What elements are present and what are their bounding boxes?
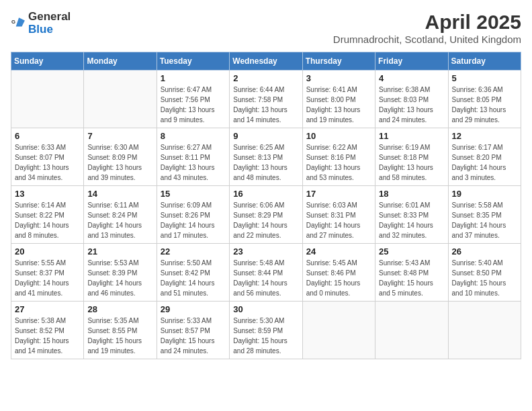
calendar-header-sunday: Sunday	[11, 52, 84, 71]
page-header: G General Blue April 2025 Drumnadrochit,…	[11, 11, 521, 45]
day-info: Sunrise: 6:19 AM Sunset: 8:18 PM Dayligh…	[379, 142, 444, 183]
day-number: 14	[87, 189, 152, 199]
calendar-cell: 17Sunrise: 6:03 AM Sunset: 8:31 PM Dayli…	[302, 186, 375, 244]
cell-content: 4Sunrise: 6:38 AM Sunset: 8:03 PM Daylig…	[379, 73, 444, 125]
day-number: 4	[379, 73, 444, 83]
calendar-cell	[84, 71, 157, 128]
calendar-cell: 23Sunrise: 5:48 AM Sunset: 8:44 PM Dayli…	[230, 244, 302, 302]
day-info: Sunrise: 5:48 AM Sunset: 8:44 PM Dayligh…	[233, 258, 298, 298]
day-info: Sunrise: 5:38 AM Sunset: 8:52 PM Dayligh…	[15, 316, 80, 356]
cell-content: 13Sunrise: 6:14 AM Sunset: 8:22 PM Dayli…	[15, 189, 80, 240]
day-number: 8	[161, 131, 226, 141]
calendar-header-monday: Monday	[84, 52, 157, 71]
day-info: Sunrise: 5:53 AM Sunset: 8:39 PM Dayligh…	[87, 258, 152, 298]
title-area: April 2025 Drumnadrochit, Scotland, Unit…	[333, 11, 521, 45]
day-info: Sunrise: 6:06 AM Sunset: 8:29 PM Dayligh…	[233, 200, 298, 240]
calendar-week-row: 20Sunrise: 5:55 AM Sunset: 8:37 PM Dayli…	[11, 244, 521, 302]
calendar-week-row: 6Sunrise: 6:33 AM Sunset: 8:07 PM Daylig…	[11, 128, 521, 186]
calendar-cell: 3Sunrise: 6:41 AM Sunset: 8:00 PM Daylig…	[302, 71, 375, 128]
cell-content: 14Sunrise: 6:11 AM Sunset: 8:24 PM Dayli…	[87, 189, 152, 240]
calendar-cell: 24Sunrise: 5:45 AM Sunset: 8:46 PM Dayli…	[302, 244, 375, 302]
day-number: 13	[15, 189, 80, 199]
day-number: 30	[233, 304, 298, 314]
cell-content: 1Sunrise: 6:47 AM Sunset: 7:56 PM Daylig…	[161, 73, 226, 125]
calendar-cell: 27Sunrise: 5:38 AM Sunset: 8:52 PM Dayli…	[11, 302, 84, 359]
day-info: Sunrise: 6:14 AM Sunset: 8:22 PM Dayligh…	[15, 200, 80, 240]
cell-content: 25Sunrise: 5:43 AM Sunset: 8:48 PM Dayli…	[379, 246, 444, 298]
svg-text:G: G	[11, 19, 15, 25]
day-number: 7	[87, 131, 152, 141]
day-number: 11	[379, 131, 444, 141]
logo: G General Blue	[11, 11, 71, 36]
calendar-cell: 28Sunrise: 5:35 AM Sunset: 8:55 PM Dayli…	[84, 302, 157, 359]
calendar-header-wednesday: Wednesday	[230, 52, 302, 71]
day-info: Sunrise: 5:55 AM Sunset: 8:37 PM Dayligh…	[15, 258, 80, 298]
day-number: 22	[161, 246, 226, 257]
day-info: Sunrise: 6:09 AM Sunset: 8:26 PM Dayligh…	[161, 200, 226, 240]
day-info: Sunrise: 6:22 AM Sunset: 8:16 PM Dayligh…	[306, 142, 371, 183]
logo-blue: Blue	[28, 24, 71, 36]
day-number: 3	[306, 73, 371, 83]
month-title: April 2025	[333, 11, 521, 34]
day-info: Sunrise: 5:33 AM Sunset: 8:57 PM Dayligh…	[161, 316, 226, 356]
day-info: Sunrise: 5:43 AM Sunset: 8:48 PM Dayligh…	[379, 258, 444, 298]
calendar-cell	[302, 302, 375, 359]
cell-content: 3Sunrise: 6:41 AM Sunset: 8:00 PM Daylig…	[306, 73, 371, 125]
day-number: 29	[161, 304, 226, 314]
day-number: 12	[452, 131, 517, 141]
day-info: Sunrise: 6:44 AM Sunset: 7:58 PM Dayligh…	[233, 85, 298, 125]
cell-content: 21Sunrise: 5:53 AM Sunset: 8:39 PM Dayli…	[87, 246, 152, 298]
day-info: Sunrise: 6:11 AM Sunset: 8:24 PM Dayligh…	[87, 200, 152, 240]
calendar-cell: 13Sunrise: 6:14 AM Sunset: 8:22 PM Dayli…	[11, 186, 84, 244]
cell-content: 30Sunrise: 5:30 AM Sunset: 8:59 PM Dayli…	[233, 304, 298, 356]
cell-content: 9Sunrise: 6:25 AM Sunset: 8:13 PM Daylig…	[233, 131, 298, 183]
cell-content: 20Sunrise: 5:55 AM Sunset: 8:37 PM Dayli…	[15, 246, 80, 298]
day-number: 17	[306, 189, 371, 199]
calendar-header-friday: Friday	[375, 52, 448, 71]
day-info: Sunrise: 6:41 AM Sunset: 8:00 PM Dayligh…	[306, 85, 371, 125]
cell-content: 18Sunrise: 6:01 AM Sunset: 8:33 PM Dayli…	[379, 189, 444, 240]
cell-content: 15Sunrise: 6:09 AM Sunset: 8:26 PM Dayli…	[161, 189, 226, 240]
cell-content: 19Sunrise: 5:58 AM Sunset: 8:35 PM Dayli…	[452, 189, 517, 240]
calendar-cell: 2Sunrise: 6:44 AM Sunset: 7:58 PM Daylig…	[230, 71, 302, 128]
day-number: 16	[233, 189, 298, 199]
day-info: Sunrise: 5:35 AM Sunset: 8:55 PM Dayligh…	[87, 316, 152, 356]
calendar-header-row: SundayMondayTuesdayWednesdayThursdayFrid…	[11, 52, 521, 71]
calendar-week-row: 13Sunrise: 6:14 AM Sunset: 8:22 PM Dayli…	[11, 186, 521, 244]
cell-content: 7Sunrise: 6:30 AM Sunset: 8:09 PM Daylig…	[87, 131, 152, 183]
cell-content: 12Sunrise: 6:17 AM Sunset: 8:20 PM Dayli…	[452, 131, 517, 183]
calendar-table: SundayMondayTuesdayWednesdayThursdayFrid…	[11, 52, 521, 359]
day-number: 28	[87, 304, 152, 314]
calendar-cell: 8Sunrise: 6:27 AM Sunset: 8:11 PM Daylig…	[157, 128, 229, 186]
cell-content: 10Sunrise: 6:22 AM Sunset: 8:16 PM Dayli…	[306, 131, 371, 183]
calendar-cell: 9Sunrise: 6:25 AM Sunset: 8:13 PM Daylig…	[230, 128, 302, 186]
day-info: Sunrise: 6:01 AM Sunset: 8:33 PM Dayligh…	[379, 200, 444, 240]
day-number: 1	[161, 73, 226, 83]
day-info: Sunrise: 6:33 AM Sunset: 8:07 PM Dayligh…	[15, 142, 80, 183]
calendar-cell	[375, 302, 448, 359]
cell-content: 27Sunrise: 5:38 AM Sunset: 8:52 PM Dayli…	[15, 304, 80, 356]
cell-content: 6Sunrise: 6:33 AM Sunset: 8:07 PM Daylig…	[15, 131, 80, 183]
day-info: Sunrise: 6:27 AM Sunset: 8:11 PM Dayligh…	[161, 142, 226, 183]
calendar-cell: 11Sunrise: 6:19 AM Sunset: 8:18 PM Dayli…	[375, 128, 448, 186]
day-number: 6	[15, 131, 80, 141]
cell-content: 23Sunrise: 5:48 AM Sunset: 8:44 PM Dayli…	[233, 246, 298, 298]
calendar-header-tuesday: Tuesday	[157, 52, 229, 71]
cell-content: 2Sunrise: 6:44 AM Sunset: 7:58 PM Daylig…	[233, 73, 298, 125]
day-number: 10	[306, 131, 371, 141]
day-info: Sunrise: 5:45 AM Sunset: 8:46 PM Dayligh…	[306, 258, 371, 298]
cell-content: 5Sunrise: 6:36 AM Sunset: 8:05 PM Daylig…	[452, 73, 517, 125]
cell-content: 28Sunrise: 5:35 AM Sunset: 8:55 PM Dayli…	[87, 304, 152, 356]
calendar-cell: 12Sunrise: 6:17 AM Sunset: 8:20 PM Dayli…	[448, 128, 521, 186]
day-info: Sunrise: 6:36 AM Sunset: 8:05 PM Dayligh…	[452, 85, 517, 125]
calendar-week-row: 27Sunrise: 5:38 AM Sunset: 8:52 PM Dayli…	[11, 302, 521, 359]
calendar-cell: 14Sunrise: 6:11 AM Sunset: 8:24 PM Dayli…	[84, 186, 157, 244]
calendar-cell: 1Sunrise: 6:47 AM Sunset: 7:56 PM Daylig…	[157, 71, 229, 128]
logo-general: General	[28, 11, 71, 24]
svg-marker-1	[16, 17, 25, 26]
day-info: Sunrise: 6:30 AM Sunset: 8:09 PM Dayligh…	[87, 142, 152, 183]
calendar-cell: 22Sunrise: 5:50 AM Sunset: 8:42 PM Dayli…	[157, 244, 229, 302]
day-info: Sunrise: 5:58 AM Sunset: 8:35 PM Dayligh…	[452, 200, 517, 240]
day-number: 26	[452, 246, 517, 257]
day-number: 23	[233, 246, 298, 257]
